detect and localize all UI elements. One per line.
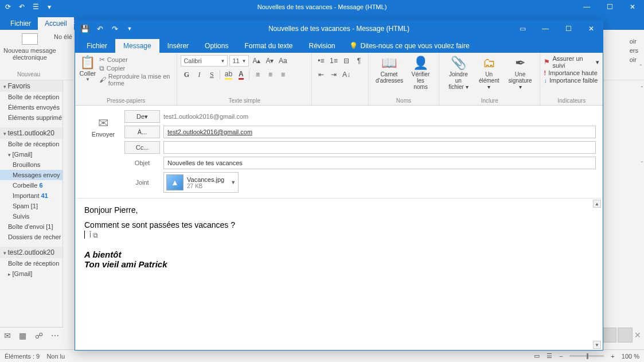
address-book-button[interactable]: 📖 Carnetd'adresses — [372, 55, 406, 90]
bg-close-button[interactable]: ✕ — [621, 0, 644, 14]
nav-a1-drafts[interactable]: Brouillons — [0, 159, 63, 170]
compose-close-button[interactable]: ✕ — [580, 21, 603, 37]
tab-options[interactable]: Options — [197, 39, 236, 53]
nav-a2-inbox[interactable]: Boîte de réception — [0, 258, 63, 268]
sort-button[interactable]: A↓ — [341, 69, 352, 80]
scroll-up-icon[interactable]: ˆ — [641, 86, 643, 92]
redo-icon[interactable]: ↷ — [110, 24, 120, 34]
grow-font-button[interactable]: A▴ — [251, 55, 262, 67]
people-close-icon[interactable]: ✕ — [634, 331, 642, 339]
align-left-icon[interactable]: ≡ — [252, 69, 263, 80]
to-button[interactable]: À... — [124, 126, 160, 138]
qat-folder-icon[interactable]: ▾ — [45, 2, 54, 11]
font-size-combo[interactable]: 11▼ — [229, 55, 249, 67]
multilevel-button[interactable]: ⊟ — [341, 55, 352, 67]
from-button[interactable]: De ▾ — [124, 110, 160, 123]
message-body[interactable]: ▲ Bonjour Pierre, Comment se sont passée… — [75, 198, 603, 350]
view-reading-icon[interactable]: ☰ — [547, 352, 552, 360]
change-case-button[interactable]: Aa — [277, 55, 288, 67]
align-right-icon[interactable]: ≡ — [277, 69, 288, 80]
qat-dropdown-icon[interactable]: ▼ — [124, 24, 135, 34]
bg-minimize-button[interactable]: — — [575, 0, 598, 14]
zoom-slider[interactable] — [569, 355, 604, 357]
save-icon[interactable]: 💾 — [80, 24, 90, 34]
follow-up-button[interactable]: ⚑Assurer un suivi ▾ — [544, 55, 599, 69]
qat-undo-icon[interactable]: ↶ — [17, 2, 26, 11]
font-name-combo[interactable]: Calibri▼ — [181, 55, 228, 67]
body-scroll-down-icon[interactable]: ▼ — [593, 341, 601, 349]
ribbon-display-icon[interactable]: ▭ — [511, 21, 534, 37]
undo-icon[interactable]: ↶ — [95, 24, 105, 34]
zoom-out-icon[interactable]: − — [559, 353, 563, 360]
align-center-icon[interactable]: ≡ — [264, 69, 276, 80]
nav-a1-gmail[interactable]: [Gmail] — [0, 149, 63, 159]
tab-review[interactable]: Révision — [300, 39, 343, 53]
attach-item-button[interactable]: 🗂 Unélément ▾ — [474, 55, 504, 90]
tab-message[interactable]: Message — [115, 39, 159, 53]
avatar[interactable] — [602, 328, 616, 342]
calendar-icon[interactable]: ▦ — [19, 331, 26, 340]
nav-fav-inbox[interactable]: Boîte de réception — [0, 92, 63, 102]
people-icon[interactable]: ☍ — [35, 331, 43, 340]
paste-options-icon[interactable]: Ĭ ⧉ — [89, 231, 99, 239]
avatar[interactable] — [618, 328, 633, 342]
nav-a1-follow[interactable]: Suivis — [0, 211, 63, 221]
paste-button[interactable]: 📋 Coller ▼ — [79, 55, 97, 87]
subject-field[interactable] — [163, 157, 596, 169]
shrink-font-button[interactable]: A▾ — [264, 55, 275, 67]
decrease-indent-button[interactable]: ⇤ — [315, 69, 327, 80]
italic-button[interactable]: I — [193, 69, 205, 80]
view-normal-icon[interactable]: ▭ — [534, 352, 540, 360]
copy-button[interactable]: ⧉Copier — [99, 64, 174, 72]
signature-button[interactable]: ✒ Unesignature ▾ — [504, 55, 537, 90]
nav-a1-trash[interactable]: Corbeille6 — [0, 180, 63, 190]
tab-file[interactable]: Fichier — [79, 39, 115, 53]
scroll-down-icon[interactable]: ˇ — [641, 161, 643, 168]
cut-button[interactable]: ✂Couper — [99, 56, 174, 64]
compose-maximize-button[interactable]: ☐ — [557, 21, 580, 37]
mail-icon[interactable]: ✉ — [4, 331, 11, 340]
low-importance-button[interactable]: ↓Importance faible — [544, 77, 599, 84]
numbering-button[interactable]: 1≡ — [328, 55, 339, 67]
nav-a1-outbox[interactable]: Boîte d'envoi [1] — [0, 221, 63, 232]
nav-fav-sent[interactable]: Éléments envoyés — [0, 102, 63, 112]
nav-a1-important[interactable]: Important41 — [0, 190, 63, 201]
nav-favorites[interactable]: Favoris — [0, 80, 63, 92]
to-field[interactable] — [163, 126, 596, 138]
nav-a1-inbox[interactable]: Boîte de réception — [0, 139, 63, 149]
nav-fav-deleted[interactable]: Éléments supprimé — [0, 112, 63, 123]
tell-me[interactable]: 💡Dites-nous ce que vous voulez faire — [344, 39, 475, 53]
underline-button[interactable]: S — [206, 69, 217, 80]
format-painter-button[interactable]: 🖌Reproduire la mise en forme — [99, 73, 174, 87]
tab-format[interactable]: Format du texte — [236, 39, 300, 53]
bullets-button[interactable]: •≡ — [315, 55, 327, 67]
nav-account-2[interactable]: test2.outlook20 — [0, 247, 63, 258]
chevron-down-icon[interactable]: ▼ — [231, 180, 236, 185]
nav-a1-sentmsgs[interactable]: Messages envoy — [0, 170, 63, 180]
qat-sendreceive-icon[interactable]: ⟳ — [3, 2, 13, 11]
cc-button[interactable]: Cc... — [124, 141, 160, 154]
body-scroll-up-icon[interactable]: ▲ — [593, 200, 601, 208]
more-icon[interactable]: ⋯ — [51, 331, 59, 340]
show-marks-icon[interactable]: ¶ — [353, 55, 365, 67]
highlight-button[interactable]: ab — [223, 69, 234, 80]
attach-file-button[interactable]: 📎 Joindre unfichier ▾ — [443, 55, 474, 90]
high-importance-button[interactable]: !Importance haute — [544, 69, 599, 76]
increase-indent-button[interactable]: ⇥ — [328, 69, 339, 80]
bg-maximize-button[interactable]: ☐ — [598, 0, 621, 14]
attachment-chip[interactable]: ▲ Vacances.jpg 27 KB ▼ — [163, 172, 239, 193]
font-color-button[interactable]: A — [235, 69, 247, 80]
tab-insert[interactable]: Insérer — [159, 39, 197, 53]
qat-touch-icon[interactable]: ☰ — [31, 2, 40, 11]
bold-button[interactable]: G — [181, 69, 192, 80]
ribbon-collapse-icon[interactable]: ˆ — [640, 64, 642, 71]
cc-field[interactable] — [163, 141, 596, 154]
nav-a1-search[interactable]: Dossiers de recher — [0, 232, 63, 242]
bg-tab-file[interactable]: Fichier — [3, 17, 38, 30]
check-names-button[interactable]: 👤 Vérifierles noms — [406, 55, 435, 90]
new-mail-icon[interactable] — [22, 33, 38, 45]
nav-a1-spam[interactable]: Spam [1] — [0, 201, 63, 211]
compose-minimize-button[interactable]: — — [534, 21, 557, 37]
send-button[interactable]: ✉ Envoyer — [82, 110, 124, 196]
zoom-in-icon[interactable]: + — [611, 353, 614, 360]
